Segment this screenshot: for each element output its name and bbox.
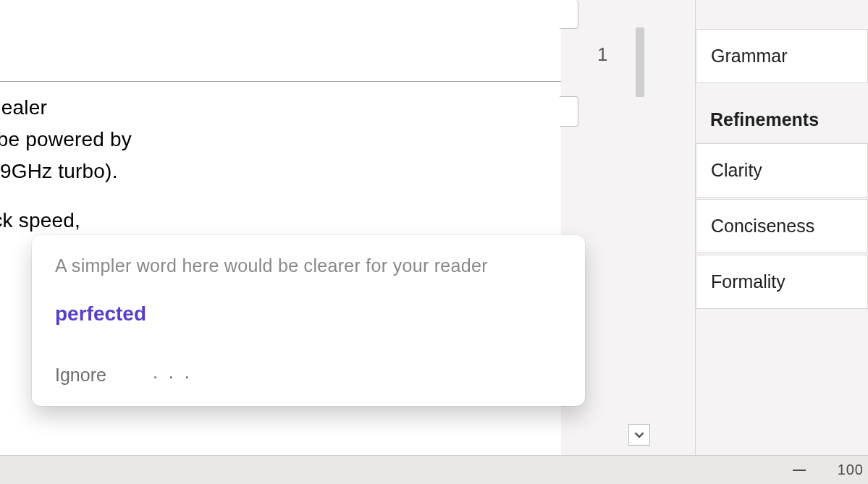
editor-pane: Grammar Refinements Clarity Conciseness …	[695, 0, 868, 484]
suggestion-message: A simpler word here would be clearer for…	[55, 255, 562, 276]
body-text: e uncovered several dealer	[0, 96, 47, 119]
page-number: 1	[597, 43, 607, 66]
editor-category-conciseness[interactable]: Conciseness	[696, 199, 868, 253]
more-options-button[interactable]: . . .	[153, 362, 193, 383]
scrollbar-thumb[interactable]	[636, 27, 644, 97]
editor-category-formality[interactable]: Formality	[696, 255, 868, 309]
scroll-down-button[interactable]	[628, 424, 650, 446]
editor-suggestion-popup: A simpler word here would be clearer for…	[32, 235, 585, 406]
suggestion-option[interactable]: perfected	[55, 302, 562, 326]
body-text: for clock speed,	[0, 209, 80, 232]
editor-category-clarity[interactable]: Clarity	[696, 143, 868, 198]
page-edge-tab	[560, 0, 578, 29]
body-text: (1.8GHz, 4.9GHz turbo).	[0, 160, 118, 182]
zoom-out-button[interactable]	[793, 470, 806, 471]
zoom-level: 100	[838, 462, 864, 478]
status-bar: 100	[0, 455, 868, 484]
page-divider	[0, 81, 561, 82]
body-text: e Surface Book 3 will be powered by	[0, 128, 132, 150]
page-edge-tab	[560, 96, 578, 127]
refinements-heading: Refinements	[696, 85, 868, 143]
chevron-down-icon	[634, 430, 644, 440]
editor-category-grammar[interactable]: Grammar	[696, 29, 868, 83]
ignore-button[interactable]: Ignore	[55, 365, 106, 386]
